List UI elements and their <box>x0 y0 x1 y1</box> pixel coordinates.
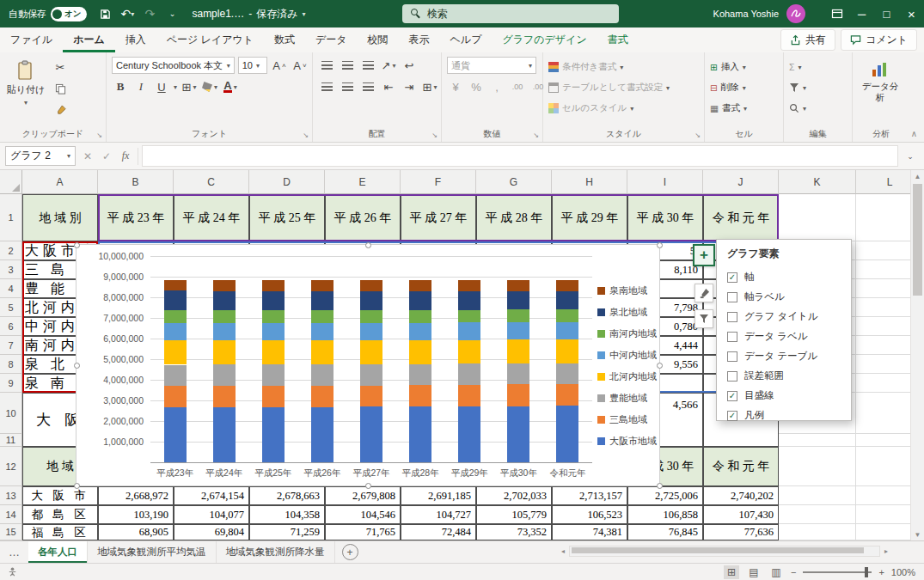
cell-J12[interactable]: 令 和 元 年 <box>703 447 779 486</box>
bar-segment-大阪市地域[interactable] <box>360 406 382 462</box>
ribbon-display-options-button[interactable] <box>824 0 849 27</box>
bar-segment-泉南地域[interactable] <box>507 280 529 290</box>
chart-selection-handle[interactable] <box>365 483 371 489</box>
cell-C14[interactable]: 104,077 <box>174 505 249 524</box>
bar-segment-三島地域[interactable] <box>507 384 529 406</box>
normal-view-button[interactable]: ⊞ <box>724 565 739 579</box>
bar-segment-北河内地域[interactable] <box>213 340 236 364</box>
vertical-scroll-thumb[interactable] <box>913 184 922 296</box>
cell-H14[interactable]: 106,523 <box>552 505 627 524</box>
cell-I15[interactable]: 76,845 <box>627 524 703 540</box>
scroll-right-icon[interactable]: ▸ <box>880 545 892 557</box>
bar-segment-泉北地域[interactable] <box>458 291 480 310</box>
insert-function-button[interactable]: fx <box>117 148 134 165</box>
bar-segment-大阪市地域[interactable] <box>311 407 333 462</box>
underline-button[interactable]: U <box>153 78 170 95</box>
chart-styles-button[interactable] <box>695 284 713 302</box>
wrap-text-button[interactable]: ↩ <box>401 57 418 74</box>
bar-segment-南河内地域[interactable] <box>507 309 529 322</box>
chart-selection-handle[interactable] <box>74 363 80 369</box>
legend-item-北河内地域[interactable]: 北河内地域 <box>597 370 657 383</box>
bar-segment-南河内地域[interactable] <box>556 309 578 322</box>
bar-segment-豊能地域[interactable] <box>213 364 236 386</box>
population-stacked-bar-chart[interactable]: 10,000,0009,000,0008,000,0007,000,0006,0… <box>76 244 660 486</box>
formula-input[interactable] <box>142 145 898 167</box>
bar-segment-豊能地域[interactable] <box>458 363 480 384</box>
share-button[interactable]: 共有 <box>780 29 835 51</box>
cell-J1[interactable]: 令 和 元 年 <box>703 194 779 241</box>
cut-button[interactable]: ✂ <box>52 58 69 76</box>
row-header-14[interactable]: 14 <box>0 505 22 524</box>
bar-segment-豊能地域[interactable] <box>360 364 382 385</box>
bar-segment-中河内地域[interactable] <box>164 323 187 341</box>
cell-F1[interactable]: 平 成 27 年 <box>401 194 476 241</box>
conditional-formatting-button[interactable]: 条件付き書式▾ <box>548 57 701 77</box>
cell-B14[interactable]: 103,190 <box>98 505 174 524</box>
legend-item-中河内地域[interactable]: 中河内地域 <box>597 349 657 362</box>
legend-item-三島地域[interactable]: 三島地域 <box>597 413 647 426</box>
sheet-tab-3[interactable]: 地域気象観測所降水量 <box>217 541 335 563</box>
bar-segment-大阪市地域[interactable] <box>213 407 236 462</box>
cell-styles-button[interactable]: セルのスタイル▾ <box>548 98 701 119</box>
cell-A15[interactable]: 福 島 区 <box>22 524 98 540</box>
chart-selection-handle[interactable] <box>365 242 371 248</box>
ribbon-tab-8[interactable]: 表示 <box>399 27 440 52</box>
page-break-view-button[interactable]: ▥ <box>768 565 784 579</box>
font-color-button[interactable]: A▾ <box>222 78 239 95</box>
chart-selection-handle[interactable] <box>74 483 80 489</box>
bar-segment-中河内地域[interactable] <box>458 322 480 339</box>
col-header-K[interactable]: K <box>779 170 856 194</box>
cell-D14[interactable]: 104,358 <box>249 505 325 524</box>
bar-segment-中河内地域[interactable] <box>262 323 285 340</box>
cell-C15[interactable]: 69,804 <box>174 524 249 540</box>
maximize-button[interactable]: □ <box>874 0 899 27</box>
zoom-in-button[interactable]: + <box>878 567 884 577</box>
cell-G1[interactable]: 平 成 28 年 <box>476 194 552 241</box>
decrease-font-button[interactable]: A˅ <box>291 57 309 74</box>
qat-customize-button[interactable]: ⌄ <box>161 3 183 25</box>
legend-item-大阪市地域[interactable]: 大阪市地域 <box>597 435 657 448</box>
row-header-2[interactable]: 2 <box>0 241 22 260</box>
checkbox-unchecked-icon[interactable] <box>727 292 737 302</box>
legend-item-泉南地域[interactable]: 泉南地域 <box>597 284 647 297</box>
delete-cells-button[interactable]: ⊟削除▾ <box>710 77 780 98</box>
close-button[interactable]: × <box>899 0 924 27</box>
cell-H13[interactable]: 2,713,157 <box>552 486 627 505</box>
bar-segment-南河内地域[interactable] <box>409 310 431 323</box>
vertical-scrollbar[interactable]: ▲ ▼ <box>910 170 924 540</box>
bar-segment-豊能地域[interactable] <box>311 364 333 386</box>
cell-I14[interactable]: 106,858 <box>627 505 703 524</box>
bar-segment-泉南地域[interactable] <box>262 280 285 291</box>
zoom-slider-knob[interactable] <box>865 567 868 577</box>
avatar[interactable] <box>786 4 805 23</box>
ribbon-tab-2[interactable]: ホーム <box>63 27 115 52</box>
cell-J15[interactable]: 77,636 <box>703 524 779 540</box>
bar-segment-三島地域[interactable] <box>360 386 382 407</box>
align-right-button[interactable] <box>359 78 376 95</box>
sheet-tab-1[interactable]: 各年人口 <box>28 541 88 563</box>
bar-segment-豊能地域[interactable] <box>409 364 431 385</box>
minimize-button[interactable]: ─ <box>849 0 874 27</box>
number-dialog-launcher[interactable]: ↘ <box>533 131 539 139</box>
bar-segment-三島地域[interactable] <box>409 385 431 406</box>
chart-elements-button[interactable]: + <box>693 244 715 266</box>
cell-A14[interactable]: 都 島 区 <box>22 505 98 524</box>
cell-E14[interactable]: 104,546 <box>325 505 401 524</box>
borders-button[interactable]: ⊞▾ <box>181 78 198 95</box>
ribbon-tab-7[interactable]: 校閲 <box>358 27 399 52</box>
legend-item-南河内地域[interactable]: 南河内地域 <box>597 327 657 340</box>
horizontal-scroll-track[interactable] <box>569 546 880 557</box>
cell-D13[interactable]: 2,678,663 <box>249 486 325 505</box>
legend-item-豊能地域[interactable]: 豊能地域 <box>597 392 647 405</box>
font-dialog-launcher[interactable]: ↘ <box>303 131 309 139</box>
cell-G13[interactable]: 2,702,033 <box>476 486 552 505</box>
clipboard-dialog-launcher[interactable]: ↘ <box>96 131 102 139</box>
bar-segment-泉南地域[interactable] <box>458 280 480 290</box>
align-center-button[interactable] <box>339 78 356 95</box>
col-header-E[interactable]: E <box>325 170 401 194</box>
orientation-button[interactable]: ↗▾ <box>380 57 397 74</box>
bar-segment-北河内地域[interactable] <box>458 340 480 364</box>
bar-segment-大阪市地域[interactable] <box>262 407 285 462</box>
col-header-B[interactable]: B <box>98 170 174 194</box>
row-header-5[interactable]: 5 <box>0 298 22 317</box>
